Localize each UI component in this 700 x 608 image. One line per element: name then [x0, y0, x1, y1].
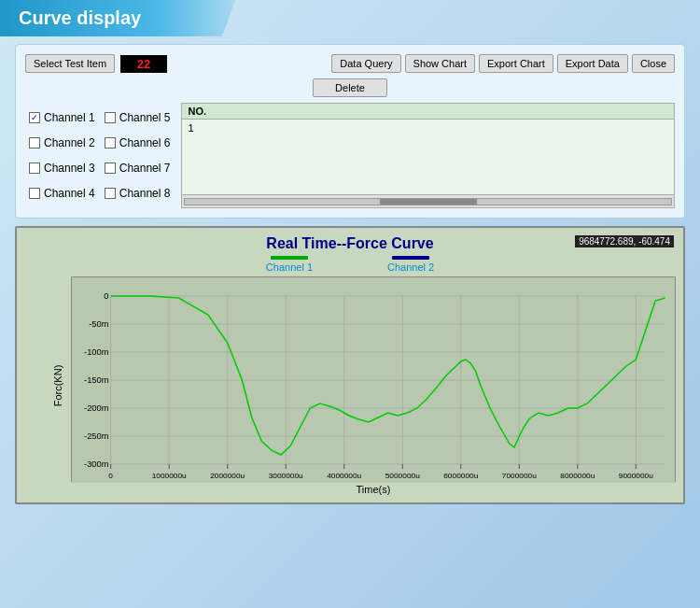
- chart-svg: 0 -50m -100m -150m -200m -250m -300m 0 1…: [72, 277, 675, 483]
- channels-panel: Channel 1 Channel 5 Channel 2 Channel 6 …: [25, 103, 174, 208]
- svg-text:0: 0: [108, 472, 113, 480]
- chart-container: Real Time--Force Curve 9684772.689, -60.…: [15, 226, 685, 504]
- delete-row: Delete: [25, 78, 675, 97]
- toolbar-right: Data Query Show Chart Export Chart Expor…: [331, 54, 675, 73]
- legend-channel1: Channel 1: [266, 256, 313, 273]
- channel-7-checkbox[interactable]: [105, 163, 116, 174]
- page-header: Curve display: [0, 0, 261, 36]
- svg-text:6000000u: 6000000u: [443, 472, 478, 480]
- legend-channel2: Channel 2: [387, 256, 434, 273]
- test-item-value: 22: [120, 55, 167, 73]
- close-button[interactable]: Close: [632, 54, 675, 73]
- svg-text:-300m: -300m: [84, 460, 109, 469]
- legend-channel1-label: Channel 1: [266, 262, 313, 273]
- channel-8-item: Channel 8: [105, 181, 171, 205]
- channel-6-checkbox[interactable]: [105, 137, 116, 148]
- channel-6-item: Channel 6: [105, 132, 171, 155]
- svg-text:0: 0: [104, 291, 108, 301]
- show-chart-button[interactable]: Show Chart: [405, 54, 475, 73]
- svg-text:9000000u: 9000000u: [619, 472, 653, 480]
- page-title: Curve display: [19, 7, 141, 28]
- svg-text:1000000u: 1000000u: [152, 472, 187, 480]
- export-data-button[interactable]: Export Data: [557, 54, 628, 73]
- legend-channel1-line: [271, 256, 308, 260]
- table-body: 1: [182, 120, 674, 194]
- channel-5-label: Channel 5: [119, 111, 171, 124]
- svg-text:7000000u: 7000000u: [502, 472, 537, 480]
- channel-6-label: Channel 6: [119, 136, 171, 149]
- chart-wrapper: Forc(KN): [71, 276, 676, 495]
- controls-row: Select Test Item 22 Data Query Show Char…: [25, 54, 675, 73]
- select-test-item-button[interactable]: Select Test Item: [25, 54, 115, 73]
- data-table: NO. 1: [181, 103, 675, 208]
- channel-4-checkbox[interactable]: [29, 188, 40, 199]
- channel-8-label: Channel 8: [119, 187, 171, 200]
- channel-1-label: Channel 1: [44, 111, 95, 124]
- x-axis-label: Time(s): [71, 484, 676, 495]
- channel-3-checkbox[interactable]: [29, 163, 40, 174]
- chart-legend: Channel 1 Channel 2: [24, 256, 676, 273]
- svg-text:-200m: -200m: [84, 403, 109, 413]
- svg-text:-100m: -100m: [84, 347, 109, 357]
- main-panel: Select Test Item 22 Data Query Show Char…: [15, 44, 685, 219]
- channel-2-label: Channel 2: [44, 136, 95, 149]
- y-axis-label: Forc(KN): [52, 365, 63, 407]
- channel-7-label: Channel 7: [119, 162, 171, 175]
- channel-3-item: Channel 3: [29, 157, 95, 180]
- scrollbar-track[interactable]: [184, 198, 672, 205]
- svg-text:8000000u: 8000000u: [560, 472, 595, 480]
- channel-4-item: Channel 4: [29, 181, 95, 205]
- channel-2-item: Channel 2: [29, 132, 95, 155]
- channel-8-checkbox[interactable]: [105, 188, 116, 199]
- scrollbar-thumb[interactable]: [380, 199, 477, 205]
- delete-button[interactable]: Delete: [313, 78, 387, 97]
- channel-1-item: Channel 1: [29, 106, 95, 130]
- legend-channel2-line: [392, 256, 429, 260]
- export-chart-button[interactable]: Export Chart: [479, 54, 553, 73]
- svg-text:4000000u: 4000000u: [327, 472, 361, 480]
- svg-text:-50m: -50m: [89, 319, 109, 329]
- legend-channel2-label: Channel 2: [387, 262, 434, 273]
- data-query-button[interactable]: Data Query: [331, 54, 400, 73]
- channel-5-checkbox[interactable]: [105, 112, 116, 123]
- channel-3-label: Channel 3: [44, 162, 95, 175]
- chart-inner: 0 -50m -100m -150m -200m -250m -300m 0 1…: [71, 276, 676, 482]
- channel-4-label: Channel 4: [44, 187, 95, 200]
- svg-text:-150m: -150m: [84, 375, 109, 385]
- table-scrollbar[interactable]: [182, 194, 674, 207]
- channel-7-item: Channel 7: [105, 157, 171, 180]
- bottom-section: Channel 1 Channel 5 Channel 2 Channel 6 …: [25, 103, 675, 208]
- svg-text:2000000u: 2000000u: [210, 472, 245, 480]
- channel-5-item: Channel 5: [105, 106, 171, 130]
- channel-1-checkbox[interactable]: [29, 112, 40, 123]
- chart-coords: 9684772.689, -60.474: [575, 235, 674, 247]
- table-header: NO.: [182, 104, 674, 120]
- channel-2-checkbox[interactable]: [29, 137, 40, 148]
- table-row: 1: [188, 121, 668, 134]
- svg-text:3000000u: 3000000u: [269, 472, 303, 480]
- svg-text:5000000u: 5000000u: [385, 472, 420, 480]
- svg-text:-250m: -250m: [84, 431, 109, 441]
